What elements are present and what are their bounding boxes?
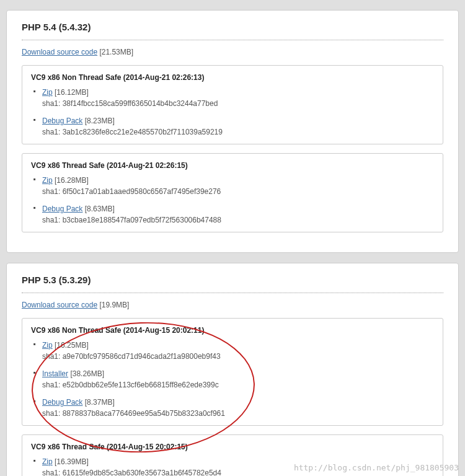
download-link[interactable]: Zip — [42, 457, 53, 466]
file-size-label: [8.37MB] — [85, 398, 115, 407]
download-link[interactable]: Debug Pack — [42, 117, 82, 125]
list-item: Zip [16.39MB] — [42, 457, 434, 466]
download-link[interactable]: Zip — [42, 88, 53, 97]
download-source-link[interactable]: Download source code — [22, 48, 97, 56]
sha1-hash: sha1: b3cbae18e188547fa097edb5f72f563006… — [42, 216, 434, 224]
download-link[interactable]: Debug Pack — [42, 398, 82, 407]
list-item: Zip [16.12MB] — [42, 88, 434, 97]
sha1-hash: sha1: 61615fe9db85c3ab630fe35673a1b6f457… — [42, 469, 434, 476]
file-size-label: [8.63MB] — [85, 205, 115, 213]
source-code-line: Download source code [21.53MB] — [22, 48, 443, 65]
build-box: VC9 x86 Thread Safe (2014-Aug-21 02:26:1… — [22, 153, 443, 232]
sha1-hash: sha1: e52b0dbb62e5fe113cf6eb66815ff8e62e… — [42, 381, 434, 389]
file-size-label: [8.23MB] — [85, 117, 115, 125]
build-title: VC9 x86 Thread Safe (2014-Aug-21 02:26:1… — [31, 161, 434, 170]
sha1-hash: sha1: 3ab1c8236fe8cc21e2e485570b2f711039… — [42, 128, 434, 136]
build-title: VC9 x86 Non Thread Safe (2014-Aug-21 02:… — [31, 73, 434, 82]
download-link[interactable]: Installer — [42, 369, 68, 378]
sha1-hash: sha1: 6f50c17a01ab1aaed9580c6567af7495ef… — [42, 187, 434, 196]
download-list: Zip [16.39MB]sha1: 61615fe9db85c3ab630fe… — [31, 457, 434, 476]
php-version-section: PHP 5.3 (5.3.29)Download source code [19… — [6, 263, 459, 476]
page-container: PHP 5.4 (5.4.32)Download source code [21… — [0, 10, 465, 476]
file-size-label: [16.28MB] — [55, 176, 89, 185]
list-item: Installer [38.26MB] — [42, 369, 434, 378]
section-title: PHP 5.4 (5.4.32) — [22, 22, 443, 40]
download-list: Zip [16.28MB]sha1: 6f50c17a01ab1aaed9580… — [31, 176, 434, 224]
list-item: Zip [16.28MB] — [42, 176, 434, 185]
file-size-label: [16.12MB] — [55, 88, 89, 97]
list-item: Debug Pack [8.23MB] — [42, 117, 434, 125]
sha1-hash: sha1: 38f14fbcc158ca599ff6365014b4bc3244… — [42, 99, 434, 108]
file-size-label: [38.26MB] — [70, 369, 104, 378]
download-source-link[interactable]: Download source code — [22, 301, 97, 309]
list-item: Zip [16.25MB] — [42, 341, 434, 350]
build-title: VC9 x86 Thread Safe (2014-Aug-15 20:02:1… — [31, 443, 434, 451]
build-box: VC9 x86 Non Thread Safe (2014-Aug-21 02:… — [22, 65, 443, 144]
list-item: Debug Pack [8.63MB] — [42, 205, 434, 213]
source-code-line: Download source code [19.9MB] — [22, 301, 443, 318]
source-size-label: [19.9MB] — [99, 301, 129, 309]
download-link[interactable]: Zip — [42, 341, 53, 350]
build-box: VC9 x86 Thread Safe (2014-Aug-15 20:02:1… — [22, 434, 443, 476]
sha1-hash: sha1: 8878837b8aca776469ee95a54b75b8323a… — [42, 409, 434, 418]
build-box: VC9 x86 Non Thread Safe (2014-Aug-15 20:… — [22, 318, 443, 426]
file-size-label: [16.39MB] — [55, 457, 89, 466]
file-size-label: [16.25MB] — [55, 341, 89, 350]
build-title: VC9 x86 Non Thread Safe (2014-Aug-15 20:… — [31, 326, 434, 335]
download-list: Zip [16.25MB]sha1: a9e70bfc979586cd71d94… — [31, 341, 434, 418]
list-item: Debug Pack [8.37MB] — [42, 398, 434, 407]
download-link[interactable]: Zip — [42, 176, 53, 185]
download-link[interactable]: Debug Pack — [42, 205, 82, 213]
download-list: Zip [16.12MB]sha1: 38f14fbcc158ca599ff63… — [31, 88, 434, 136]
section-title: PHP 5.3 (5.3.29) — [22, 275, 443, 293]
sha1-hash: sha1: a9e70bfc979586cd71d946cada2f1a9800… — [42, 352, 434, 361]
source-size-label: [21.53MB] — [99, 48, 133, 56]
php-version-section: PHP 5.4 (5.4.32)Download source code [21… — [6, 10, 459, 253]
